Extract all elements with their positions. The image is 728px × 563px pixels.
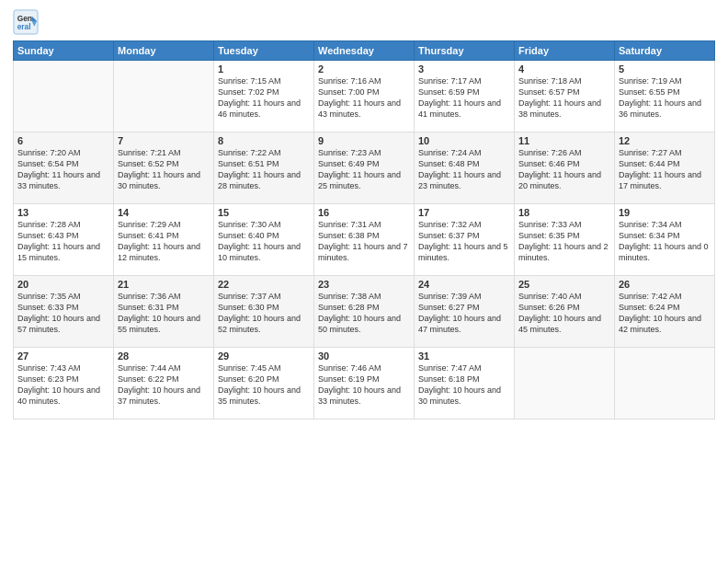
cell-text: Sunrise: 7:29 AM bbox=[118, 219, 210, 230]
day-number: 26 bbox=[619, 279, 711, 290]
calendar-cell: 19Sunrise: 7:34 AMSunset: 6:34 PMDayligh… bbox=[615, 204, 715, 276]
cell-text: Sunrise: 7:44 AM bbox=[118, 362, 210, 373]
cell-text: Sunrise: 7:19 AM bbox=[619, 75, 711, 86]
calendar-week-4: 27Sunrise: 7:43 AMSunset: 6:23 PMDayligh… bbox=[14, 348, 715, 419]
cell-text: Daylight: 11 hours and 10 minutes. bbox=[218, 241, 310, 263]
cell-text: Daylight: 11 hours and 17 minutes. bbox=[619, 169, 711, 191]
calendar-cell: 12Sunrise: 7:27 AMSunset: 6:44 PMDayligh… bbox=[615, 132, 715, 204]
cell-text: Sunrise: 7:35 AM bbox=[17, 291, 109, 302]
calendar-cell bbox=[114, 61, 214, 132]
day-number: 31 bbox=[418, 350, 510, 362]
cell-text: Sunrise: 7:46 AM bbox=[318, 362, 410, 373]
calendar-cell: 7Sunrise: 7:21 AMSunset: 6:52 PMDaylight… bbox=[114, 132, 214, 204]
cell-text: Daylight: 10 hours and 52 minutes. bbox=[218, 313, 310, 335]
cell-text: Daylight: 10 hours and 50 minutes. bbox=[318, 313, 410, 335]
calendar-cell: 13Sunrise: 7:28 AMSunset: 6:43 PMDayligh… bbox=[14, 204, 114, 276]
calendar-cell: 30Sunrise: 7:46 AMSunset: 6:19 PMDayligh… bbox=[314, 348, 415, 419]
cell-text: Sunrise: 7:40 AM bbox=[518, 291, 610, 302]
cell-text: Sunrise: 7:27 AM bbox=[619, 147, 711, 158]
header-row: SundayMondayTuesdayWednesdayThursdayFrid… bbox=[14, 41, 715, 61]
cell-text: Sunrise: 7:36 AM bbox=[118, 291, 210, 302]
cell-text: Sunrise: 7:47 AM bbox=[418, 362, 510, 373]
cell-text: Daylight: 11 hours and 2 minutes. bbox=[518, 241, 610, 263]
day-number: 13 bbox=[17, 207, 109, 218]
calendar-page: Gen eral SundayMondayTuesdayWednesdayThu… bbox=[0, 0, 728, 563]
cell-text: Sunrise: 7:37 AM bbox=[218, 291, 310, 302]
cell-text: Sunset: 6:48 PM bbox=[418, 158, 510, 169]
day-number: 1 bbox=[218, 63, 310, 75]
cell-text: Sunset: 6:37 PM bbox=[418, 230, 510, 241]
cell-text: Daylight: 10 hours and 47 minutes. bbox=[418, 313, 510, 335]
calendar-cell: 10Sunrise: 7:24 AMSunset: 6:48 PMDayligh… bbox=[415, 132, 515, 204]
calendar-week-1: 6Sunrise: 7:20 AMSunset: 6:54 PMDaylight… bbox=[14, 132, 715, 204]
calendar-cell: 26Sunrise: 7:42 AMSunset: 6:24 PMDayligh… bbox=[615, 276, 715, 348]
cell-text: Sunrise: 7:30 AM bbox=[218, 219, 310, 230]
header-day-tuesday: Tuesday bbox=[214, 41, 314, 61]
cell-text: Daylight: 11 hours and 5 minutes. bbox=[418, 241, 510, 263]
header-day-sunday: Sunday bbox=[14, 41, 114, 61]
day-number: 16 bbox=[318, 207, 410, 218]
cell-text: Sunrise: 7:15 AM bbox=[218, 75, 310, 86]
cell-text: Sunset: 6:30 PM bbox=[218, 302, 310, 313]
calendar-cell: 23Sunrise: 7:38 AMSunset: 6:28 PMDayligh… bbox=[314, 276, 415, 348]
cell-text: Sunset: 6:44 PM bbox=[619, 158, 711, 169]
logo-icon: Gen eral bbox=[13, 9, 39, 35]
calendar-cell: 28Sunrise: 7:44 AMSunset: 6:22 PMDayligh… bbox=[114, 348, 214, 419]
cell-text: Sunrise: 7:22 AM bbox=[218, 147, 310, 158]
day-number: 14 bbox=[118, 207, 210, 218]
cell-text: Daylight: 11 hours and 0 minutes. bbox=[619, 241, 711, 263]
cell-text: Sunrise: 7:17 AM bbox=[418, 75, 510, 86]
header: Gen eral bbox=[13, 9, 715, 35]
cell-text: Sunrise: 7:39 AM bbox=[418, 291, 510, 302]
cell-text: Sunset: 6:51 PM bbox=[218, 158, 310, 169]
cell-text: Daylight: 11 hours and 25 minutes. bbox=[318, 169, 410, 191]
day-number: 18 bbox=[518, 207, 610, 218]
cell-text: Daylight: 11 hours and 7 minutes. bbox=[318, 241, 410, 263]
cell-text: Daylight: 11 hours and 15 minutes. bbox=[17, 241, 109, 263]
calendar-cell: 4Sunrise: 7:18 AMSunset: 6:57 PMDaylight… bbox=[515, 61, 615, 132]
cell-text: Sunset: 6:26 PM bbox=[518, 302, 610, 313]
header-day-thursday: Thursday bbox=[415, 41, 515, 61]
day-number: 12 bbox=[619, 135, 711, 146]
day-number: 28 bbox=[118, 350, 210, 362]
cell-text: Sunset: 6:23 PM bbox=[17, 373, 109, 385]
cell-text: Daylight: 10 hours and 40 minutes. bbox=[17, 385, 109, 407]
cell-text: Daylight: 11 hours and 23 minutes. bbox=[418, 169, 510, 191]
cell-text: Daylight: 10 hours and 55 minutes. bbox=[118, 313, 210, 335]
day-number: 8 bbox=[218, 135, 310, 146]
cell-text: Sunrise: 7:33 AM bbox=[518, 219, 610, 230]
calendar-cell: 9Sunrise: 7:23 AMSunset: 6:49 PMDaylight… bbox=[314, 132, 415, 204]
day-number: 6 bbox=[17, 135, 109, 146]
calendar-cell: 11Sunrise: 7:26 AMSunset: 6:46 PMDayligh… bbox=[515, 132, 615, 204]
cell-text: Sunset: 6:38 PM bbox=[318, 230, 410, 241]
calendar-week-3: 20Sunrise: 7:35 AMSunset: 6:33 PMDayligh… bbox=[14, 276, 715, 348]
cell-text: Sunset: 6:35 PM bbox=[518, 230, 610, 241]
cell-text: Daylight: 11 hours and 30 minutes. bbox=[118, 169, 210, 191]
cell-text: Daylight: 11 hours and 43 minutes. bbox=[318, 98, 410, 120]
calendar-cell: 24Sunrise: 7:39 AMSunset: 6:27 PMDayligh… bbox=[415, 276, 515, 348]
cell-text: Sunset: 6:43 PM bbox=[17, 230, 109, 241]
cell-text: Daylight: 10 hours and 33 minutes. bbox=[318, 385, 410, 407]
cell-text: Daylight: 11 hours and 20 minutes. bbox=[518, 169, 610, 191]
calendar-cell: 5Sunrise: 7:19 AMSunset: 6:55 PMDaylight… bbox=[615, 61, 715, 132]
cell-text: Daylight: 10 hours and 42 minutes. bbox=[619, 313, 711, 335]
cell-text: Sunrise: 7:18 AM bbox=[518, 75, 610, 86]
cell-text: Sunset: 7:00 PM bbox=[318, 86, 410, 98]
cell-text: Sunset: 6:28 PM bbox=[318, 302, 410, 313]
cell-text: Sunset: 6:20 PM bbox=[218, 373, 310, 385]
cell-text: Sunset: 6:19 PM bbox=[318, 373, 410, 385]
day-number: 22 bbox=[218, 279, 310, 290]
day-number: 4 bbox=[518, 63, 610, 75]
calendar-cell: 27Sunrise: 7:43 AMSunset: 6:23 PMDayligh… bbox=[14, 348, 114, 419]
cell-text: Sunset: 6:34 PM bbox=[619, 230, 711, 241]
logo: Gen eral bbox=[13, 9, 42, 35]
cell-text: Daylight: 10 hours and 35 minutes. bbox=[218, 385, 310, 407]
cell-text: Sunset: 6:52 PM bbox=[118, 158, 210, 169]
cell-text: Sunset: 6:22 PM bbox=[118, 373, 210, 385]
cell-text: Sunset: 6:41 PM bbox=[118, 230, 210, 241]
cell-text: Sunrise: 7:24 AM bbox=[418, 147, 510, 158]
header-day-saturday: Saturday bbox=[615, 41, 715, 61]
cell-text: Daylight: 10 hours and 57 minutes. bbox=[17, 313, 109, 335]
cell-text: Daylight: 11 hours and 38 minutes. bbox=[518, 98, 610, 120]
calendar-week-2: 13Sunrise: 7:28 AMSunset: 6:43 PMDayligh… bbox=[14, 204, 715, 276]
